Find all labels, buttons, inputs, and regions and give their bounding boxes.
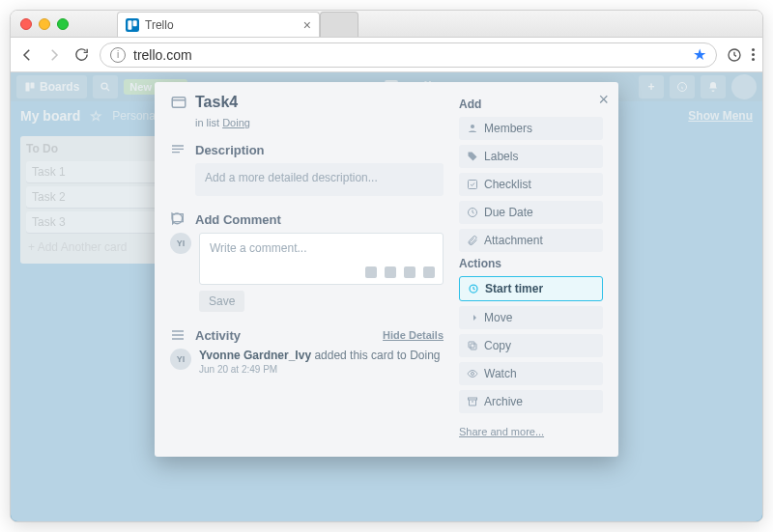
svg-point-18 xyxy=(472,373,474,376)
copy-icon xyxy=(467,340,478,351)
bookmark-star-icon[interactable]: ★ xyxy=(693,45,706,64)
archive-button[interactable]: Archive xyxy=(459,390,603,413)
activity-section: Activity Hide Details YI Yvonne Gardner_… xyxy=(170,327,444,375)
url-text: trello.com xyxy=(133,47,685,63)
close-icon[interactable]: × xyxy=(598,90,609,110)
svg-rect-11 xyxy=(172,98,186,108)
tab-title: Trello xyxy=(145,18,298,32)
card-icon xyxy=(170,94,187,111)
new-tab-button[interactable] xyxy=(320,12,358,37)
labels-button[interactable]: Labels xyxy=(459,145,603,168)
card-tool-icon[interactable] xyxy=(423,266,435,278)
labels-icon xyxy=(467,151,478,162)
clock-icon xyxy=(467,207,478,218)
attachment-icon xyxy=(467,235,478,246)
due-date-button[interactable]: Due Date xyxy=(459,201,603,224)
browser-menu-button[interactable] xyxy=(752,48,755,61)
copy-button[interactable]: Copy xyxy=(459,334,603,357)
in-list-link[interactable]: Doing xyxy=(222,117,250,128)
hide-details-link[interactable]: Hide Details xyxy=(383,329,444,341)
maximize-window-button[interactable] xyxy=(57,18,69,30)
clockify-icon xyxy=(468,283,479,294)
attachment-button[interactable]: Attachment xyxy=(459,229,603,252)
modal-sidebar: Add Members Labels Checklist Due Date xyxy=(459,94,603,439)
checklist-icon xyxy=(467,179,478,190)
svg-rect-2 xyxy=(133,20,137,26)
save-comment-button[interactable]: Save xyxy=(199,291,244,312)
archive-icon xyxy=(467,396,478,407)
add-comment-section: Add Comment YI Write a comment... xyxy=(170,211,444,312)
attach-tool-icon[interactable] xyxy=(365,266,377,278)
activity-action: added this card to Doing xyxy=(311,349,440,362)
reload-button[interactable] xyxy=(72,46,90,64)
browser-tabs: Trello × xyxy=(117,11,358,37)
avatar: YI xyxy=(170,233,191,254)
minimize-window-button[interactable] xyxy=(39,18,50,30)
svg-rect-0 xyxy=(126,18,139,32)
actions-heading: Actions xyxy=(459,257,603,270)
in-list-label: in list Doing xyxy=(195,117,444,128)
activity-heading: Activity xyxy=(195,328,241,343)
activity-author[interactable]: Yvonne Gardner_Ivy xyxy=(199,349,311,362)
forward-button[interactable] xyxy=(45,46,63,64)
site-info-icon[interactable]: i xyxy=(110,47,126,63)
card-title[interactable]: Task4 xyxy=(195,94,238,111)
description-section: Description Add a more detailed descript… xyxy=(170,142,444,196)
move-button[interactable]: Move xyxy=(459,306,603,329)
description-input[interactable]: Add a more detailed description... xyxy=(195,163,444,196)
comment-input[interactable]: Write a comment... xyxy=(199,233,444,285)
comment-placeholder: Write a comment... xyxy=(210,241,306,255)
svg-rect-1 xyxy=(128,20,131,29)
nav-controls xyxy=(18,46,90,64)
browser-window: Trello × i trello.com ★ xyxy=(10,10,763,522)
members-icon xyxy=(467,123,478,134)
window-titlebar: Trello × xyxy=(11,11,762,38)
browser-tab-active[interactable]: Trello × xyxy=(117,12,320,37)
watch-button[interactable]: Watch xyxy=(459,362,603,385)
address-bar[interactable]: i trello.com ★ xyxy=(100,42,717,68)
eye-icon xyxy=(467,368,478,379)
comment-icon xyxy=(170,211,187,227)
description-heading: Description xyxy=(195,143,265,157)
add-comment-heading: Add Comment xyxy=(195,212,281,227)
move-icon xyxy=(467,312,478,323)
avatar: YI xyxy=(170,349,191,370)
description-icon xyxy=(170,142,187,157)
checklist-button[interactable]: Checklist xyxy=(459,173,603,196)
toolbar-right xyxy=(727,47,755,63)
start-timer-button[interactable]: Start timer xyxy=(459,276,603,301)
activity-text: Yvonne Gardner_Ivy added this card to Do… xyxy=(199,349,440,362)
mention-tool-icon[interactable] xyxy=(385,266,396,278)
card-modal: × Task4 in list Doing xyxy=(155,82,618,457)
svg-point-12 xyxy=(471,125,474,128)
activity-icon xyxy=(170,327,187,343)
svg-rect-19 xyxy=(469,398,477,400)
traffic-lights xyxy=(20,18,69,30)
back-button[interactable] xyxy=(18,46,36,64)
trello-page: Boards New stuff! Trello + My xyxy=(11,72,762,521)
members-button[interactable]: Members xyxy=(459,117,603,140)
svg-rect-17 xyxy=(469,342,474,348)
clockify-extension-icon[interactable] xyxy=(727,47,742,63)
close-tab-button[interactable]: × xyxy=(303,17,311,33)
activity-date: Jun 20 at 2:49 PM xyxy=(199,364,440,375)
svg-rect-16 xyxy=(471,344,476,350)
browser-toolbar: i trello.com ★ xyxy=(11,38,762,72)
svg-rect-13 xyxy=(469,181,477,189)
trello-favicon xyxy=(126,18,139,32)
modal-main: Task4 in list Doing Description Add a mo… xyxy=(170,94,444,439)
close-window-button[interactable] xyxy=(20,18,32,30)
activity-item: YI Yvonne Gardner_Ivy added this card to… xyxy=(170,349,444,375)
share-more-link[interactable]: Share and more... xyxy=(459,426,544,437)
add-heading: Add xyxy=(459,98,603,111)
comment-tools xyxy=(365,266,435,278)
emoji-tool-icon[interactable] xyxy=(404,266,415,278)
